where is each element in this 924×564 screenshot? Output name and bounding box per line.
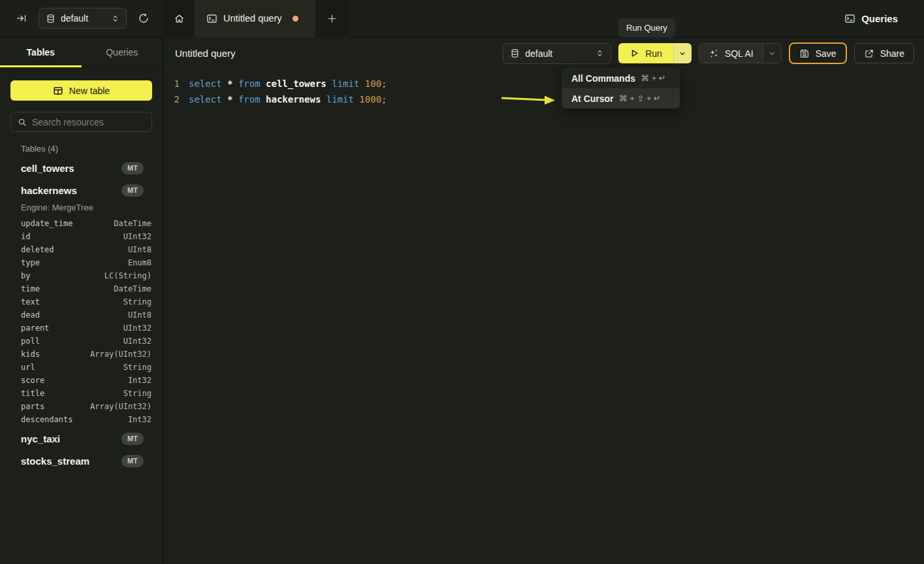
- table-columns: update_timeDateTimeidUInt32deletedUInt8t…: [0, 217, 163, 426]
- run-options-button[interactable]: [673, 43, 692, 63]
- code-line: 2select * from hackernews limit 1000;: [163, 91, 924, 107]
- tab-untitled-query[interactable]: Untitled query: [195, 0, 315, 37]
- menu-item-shortcut: ⌘ + ↵: [641, 73, 666, 83]
- column-type: String: [123, 363, 151, 372]
- column-row: textString: [0, 295, 163, 308]
- queries-button[interactable]: Queries: [844, 13, 898, 24]
- line-number: 2: [163, 91, 180, 107]
- toolbar-database-label: default: [525, 48, 552, 59]
- sidebar-tab-tables[interactable]: Tables: [0, 37, 82, 67]
- search-box[interactable]: [10, 112, 152, 132]
- table-name: cell_towers: [21, 163, 74, 174]
- code-text: select * from cell_towers limit 100;: [180, 76, 387, 91]
- chevron-down-icon: [768, 50, 776, 58]
- toolbar-actions: default Run: [503, 42, 914, 64]
- column-row: titleString: [0, 387, 163, 400]
- token: hackernews: [266, 94, 327, 105]
- top-bar-right: Queries: [844, 13, 924, 24]
- token: 1000;: [359, 94, 387, 105]
- engine-badge: MT: [121, 433, 144, 445]
- column-name: by: [21, 271, 30, 280]
- sql-editor[interactable]: 1select * from cell_towers limit 100;2se…: [163, 69, 924, 564]
- column-name: update_time: [21, 219, 72, 228]
- column-type: DateTime: [114, 284, 151, 293]
- column-row: urlString: [0, 361, 163, 374]
- toolbar-database-selector[interactable]: default: [503, 43, 611, 64]
- search-input[interactable]: [32, 117, 150, 127]
- table-name: hackernews: [21, 185, 77, 196]
- column-name: score: [21, 376, 44, 385]
- column-type: UInt32: [123, 337, 151, 346]
- refresh-icon[interactable]: [135, 10, 152, 27]
- column-name: kids: [21, 350, 40, 359]
- top-bar-left: default: [0, 8, 163, 29]
- column-name: deleted: [21, 245, 54, 254]
- home-button[interactable]: [163, 0, 195, 37]
- query-toolbar: Untitled query default Run: [163, 37, 924, 69]
- token: 100;: [365, 78, 387, 89]
- column-row: update_timeDateTime: [0, 217, 163, 230]
- tables-list: cell_towersMThackernewsMTEngine: MergeTr…: [0, 157, 163, 472]
- column-row: deadUInt8: [0, 308, 163, 322]
- token: [232, 94, 238, 105]
- column-row: partsArray(UInt32): [0, 400, 163, 413]
- token: cell_towers: [266, 78, 332, 89]
- sql-ai-options-button[interactable]: [763, 44, 781, 63]
- code-text: select * from hackernews limit 1000;: [180, 91, 387, 107]
- save-label: Save: [816, 48, 836, 59]
- token: from: [238, 78, 266, 89]
- column-row: typeEnum8: [0, 256, 163, 269]
- table-item-stocks_stream[interactable]: stocks_streamMT: [0, 450, 163, 472]
- menu-item-all-commands[interactable]: All Commands⌘ + ↵: [562, 68, 680, 88]
- column-type: Int32: [128, 376, 151, 385]
- code-line: 1select * from cell_towers limit 100;: [163, 76, 924, 91]
- token: select: [189, 94, 227, 105]
- column-type: String: [123, 297, 151, 307]
- sql-ai-button[interactable]: SQL AI: [699, 44, 763, 63]
- column-type: Enum8: [128, 258, 151, 267]
- sidebar-tab-queries-label: Queries: [106, 47, 138, 58]
- table-item-cell_towers[interactable]: cell_towersMT: [0, 157, 163, 179]
- chevron-down-icon: [678, 50, 686, 58]
- share-button[interactable]: Share: [854, 43, 914, 63]
- database-icon: [510, 48, 520, 58]
- column-name: url: [21, 363, 35, 372]
- topbar-database-selector[interactable]: default: [39, 8, 127, 29]
- table-engine-info: Engine: MergeTree: [0, 201, 163, 213]
- column-type: UInt8: [128, 245, 151, 254]
- column-name: parts: [21, 402, 44, 411]
- column-row: idUInt32: [0, 230, 163, 243]
- tables-section-title: Tables (4): [21, 144, 163, 154]
- save-button[interactable]: Save: [789, 42, 847, 64]
- play-icon: [629, 48, 639, 58]
- column-row: pollUInt32: [0, 335, 163, 348]
- sparkles-icon: [709, 48, 719, 59]
- column-name: id: [21, 232, 30, 241]
- sidebar-tab-queries[interactable]: Queries: [82, 37, 163, 67]
- column-type: LC(String): [104, 271, 151, 280]
- token: limit: [327, 94, 360, 105]
- column-type: Array(UInt32): [90, 402, 151, 411]
- run-button[interactable]: Run: [618, 43, 673, 63]
- token: [232, 78, 238, 89]
- share-icon: [864, 48, 874, 59]
- tab-title: Untitled query: [223, 13, 281, 24]
- table-item-nyc_taxi[interactable]: nyc_taxiMT: [0, 427, 163, 450]
- column-name: text: [21, 297, 40, 307]
- new-tab-button[interactable]: [315, 0, 348, 37]
- column-row: scoreInt32: [0, 374, 163, 387]
- chevron-updown-icon: [111, 14, 119, 23]
- editor-lines: 1select * from cell_towers limit 100;2se…: [163, 76, 924, 107]
- run-button-group: Run: [618, 43, 692, 63]
- menu-item-at-cursor[interactable]: At Cursor⌘ + ⇧ + ↵: [562, 88, 680, 108]
- sidebar-tabs: Tables Queries: [0, 37, 163, 67]
- new-table-button[interactable]: New table: [10, 80, 152, 101]
- run-label: Run: [645, 48, 662, 59]
- table-item-hackernews[interactable]: hackernewsMT: [0, 179, 163, 201]
- column-row: kidsArray(UInt32): [0, 348, 163, 361]
- save-icon: [799, 48, 810, 59]
- menu-item-label: At Cursor: [571, 93, 614, 104]
- collapse-sidebar-icon[interactable]: [14, 10, 29, 26]
- queries-label: Queries: [861, 13, 898, 24]
- token: from: [238, 94, 266, 105]
